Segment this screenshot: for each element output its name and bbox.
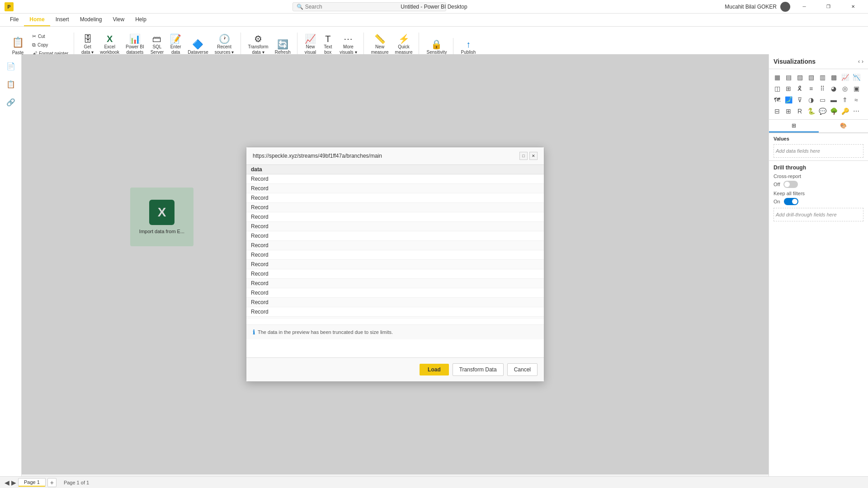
table-row[interactable]: Record <box>246 298 544 307</box>
table-row[interactable]: Record <box>246 279 544 288</box>
table-row[interactable]: Record <box>246 231 544 241</box>
close-button[interactable]: ✕ <box>843 0 863 14</box>
viz-qa[interactable]: 💬 <box>817 106 828 117</box>
viz-map[interactable]: 🗺 <box>772 94 783 105</box>
viz-funnel[interactable]: ⊽ <box>794 94 805 105</box>
tab-insert[interactable]: Insert <box>50 14 75 26</box>
modal-overlay: https://speckle.xyz/streams/49bf1ff47a/b… <box>22 54 769 474</box>
table-row[interactable]: Record <box>246 269 544 279</box>
viz-more[interactable]: ⋯ <box>851 106 862 117</box>
viz-100-bar[interactable]: ▨ <box>794 72 805 83</box>
table-row[interactable]: Record <box>246 260 544 269</box>
table-row[interactable]: Record <box>246 307 544 317</box>
quick-measure-button[interactable]: ⚡ Quickmeasure <box>392 33 415 57</box>
tab-view[interactable]: View <box>107 14 130 26</box>
excel-workbook-button[interactable]: X Excelworkbook <box>97 33 122 57</box>
power-bi-datasets-button[interactable]: 📊 Power BIdatasets <box>123 33 147 57</box>
drill-fields-drop-zone[interactable]: Add drill-through fields here <box>774 208 863 221</box>
table-row[interactable]: Record <box>246 193 544 203</box>
values-drop-zone[interactable]: Add data fields here <box>774 144 863 158</box>
report-view-button[interactable]: 📄 <box>3 58 19 74</box>
viz-stacked-col[interactable]: ▧ <box>806 72 816 83</box>
viz-key-influencers[interactable]: 🔑 <box>840 106 850 117</box>
table-row[interactable]: Record <box>246 250 544 260</box>
viz-clustered-bar[interactable]: ▤ <box>783 72 794 83</box>
arrow-right[interactable]: › <box>862 58 863 65</box>
viz-multirow-card[interactable]: ▬ <box>828 94 839 105</box>
viz-clustered-col[interactable]: ▥ <box>817 72 828 83</box>
viz-scatter[interactable]: ⠿ <box>817 83 828 94</box>
record-cell: Record <box>251 309 269 315</box>
add-page-button[interactable]: + <box>47 478 57 487</box>
table-row[interactable]: Record <box>246 212 544 222</box>
text-box-icon: T <box>325 34 330 43</box>
table-row[interactable]: Record <box>246 288 544 298</box>
viz-stacked-area[interactable]: ◫ <box>772 83 783 94</box>
table-row[interactable]: Record <box>246 222 544 231</box>
viz-kpi[interactable]: ⇑ <box>840 94 850 105</box>
cut-button[interactable]: ✂ Cut <box>30 33 70 40</box>
transform-icon: ⚙ <box>254 34 262 43</box>
viz-gauge[interactable]: ◑ <box>806 94 816 105</box>
viz-filled-map[interactable]: 🗾 <box>783 94 794 105</box>
table-row[interactable]: Record <box>246 317 544 319</box>
tab-modeling[interactable]: Modeling <box>75 14 108 26</box>
modal-url-text: https://speckle.xyz/streams/49bf1ff47a/b… <box>253 153 382 159</box>
table-row[interactable]: Record <box>246 174 544 184</box>
viz-matrix[interactable]: ⊞ <box>783 106 794 117</box>
cancel-button[interactable]: Cancel <box>507 363 538 376</box>
cross-report-toggle[interactable] <box>783 181 798 188</box>
viz-pie[interactable]: ◕ <box>828 83 839 94</box>
scroll-left-icon[interactable]: ◀ <box>5 479 9 486</box>
viz-stacked-bar[interactable]: ▦ <box>772 72 783 83</box>
recent-sources-button[interactable]: 🕐 Recentsources ▾ <box>212 33 237 57</box>
new-visual-button[interactable]: 📈 Newvisual <box>302 33 319 57</box>
copy-button[interactable]: ⧉ Copy <box>30 41 70 49</box>
new-measure-icon: 📏 <box>374 34 386 43</box>
viz-tab-build[interactable]: ⊞ <box>769 120 819 132</box>
user-name: Mucahit Bilal GOKER <box>725 4 777 10</box>
keep-all-filters-toggle[interactable] <box>784 198 798 205</box>
load-button[interactable]: Load <box>420 364 449 375</box>
viz-decomp-tree[interactable]: 🌳 <box>828 106 839 117</box>
transform-data-button[interactable]: Transform Data <box>453 363 504 376</box>
transform-data-button[interactable]: ⚙ Transformdata ▾ <box>245 33 271 57</box>
viz-r-script[interactable]: R <box>794 106 805 117</box>
tab-file[interactable]: File <box>5 14 24 26</box>
more-visuals-button[interactable]: ⋯ Morevisuals ▾ <box>337 33 359 57</box>
viz-treemap[interactable]: ▣ <box>851 83 862 94</box>
viz-line-col[interactable]: ⊞ <box>783 83 794 94</box>
viz-slicer[interactable]: ≈ <box>851 94 862 105</box>
paste-button[interactable]: 📋 Paste <box>8 35 28 57</box>
table-view-button[interactable]: 📋 <box>3 76 19 92</box>
tab-home[interactable]: Home <box>24 14 50 26</box>
arrow-left[interactable]: ‹ <box>858 58 860 65</box>
table-row[interactable]: Record <box>246 241 544 250</box>
tab-help[interactable]: Help <box>130 14 152 26</box>
text-box-button[interactable]: T Textbox <box>320 33 336 57</box>
table-row[interactable]: Record <box>246 203 544 212</box>
sql-server-button[interactable]: 🗃 SQLServer <box>148 33 166 57</box>
viz-100-col[interactable]: ▩ <box>828 72 839 83</box>
viz-python[interactable]: 🐍 <box>806 106 816 117</box>
viz-tab-format[interactable]: 🎨 <box>819 120 868 132</box>
minimize-button[interactable]: ─ <box>794 0 815 14</box>
restore-button[interactable]: ❐ <box>818 0 839 14</box>
viz-waterfall[interactable]: ≡ <box>806 83 816 94</box>
viz-line[interactable]: 📈 <box>840 72 850 83</box>
viz-donut[interactable]: ◎ <box>840 83 850 94</box>
new-measure-button[interactable]: 📏 Newmeasure <box>368 33 392 57</box>
viz-ribbon[interactable]: 🎗 <box>794 83 805 94</box>
viz-table[interactable]: ⊟ <box>772 106 783 117</box>
enter-data-button[interactable]: 📝 Enterdata <box>167 33 184 57</box>
modal-maximize-button[interactable]: □ <box>519 152 528 160</box>
viz-area[interactable]: 📉 <box>851 72 862 83</box>
page-1-tab[interactable]: Page 1 <box>18 478 46 487</box>
scroll-right-icon[interactable]: ▶ <box>11 479 16 486</box>
model-view-button[interactable]: 🔗 <box>3 94 19 110</box>
get-data-button[interactable]: 🗄 Getdata ▾ <box>79 33 96 57</box>
modal-close-button[interactable]: ✕ <box>529 152 538 160</box>
table-row[interactable]: Record <box>246 184 544 193</box>
viz-card[interactable]: ▭ <box>817 94 828 105</box>
page-info: Page 1 of 1 <box>64 480 89 485</box>
